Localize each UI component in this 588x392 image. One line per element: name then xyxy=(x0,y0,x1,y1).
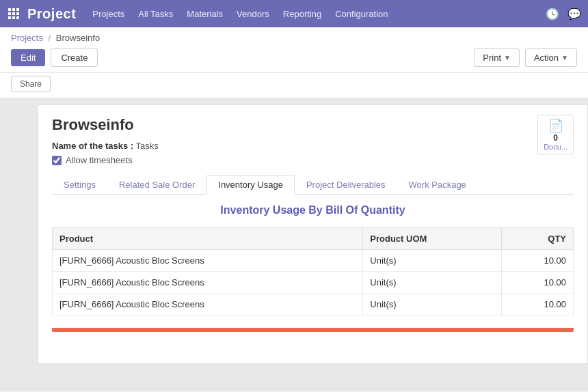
toolbar-row: Edit Create Print ▼ Action ▼ xyxy=(11,48,577,67)
svg-rect-1 xyxy=(12,8,15,11)
svg-rect-8 xyxy=(16,16,19,19)
tab-project-deliverables[interactable]: Project Deliverables xyxy=(295,175,397,195)
print-arrow-icon: ▼ xyxy=(504,54,511,61)
tab-settings[interactable]: Settings xyxy=(52,175,107,195)
cell-qty: 10.00 xyxy=(502,272,574,294)
table-header: Product Product UOM QTY xyxy=(53,228,574,250)
cell-uom: Unit(s) xyxy=(363,294,502,316)
docs-label: Docu... xyxy=(544,143,567,151)
breadcrumb: Projects / Browseinfo xyxy=(11,33,577,43)
tasks-meta: Name of the tasks : Tasks xyxy=(52,141,574,151)
main-area: 📄 0 Docu... Browseinfo Name of the tasks… xyxy=(0,98,588,391)
nav-materials[interactable]: Materials xyxy=(187,9,223,19)
allow-timesheets-label: Allow timesheets xyxy=(66,155,133,165)
svg-rect-6 xyxy=(8,16,11,19)
print-label: Print xyxy=(483,53,501,63)
cell-qty: 10.00 xyxy=(502,294,574,316)
content-card: 📄 0 Docu... Browseinfo Name of the tasks… xyxy=(38,104,588,364)
svg-rect-2 xyxy=(16,8,19,11)
chat-icon[interactable]: 💬 xyxy=(567,8,581,20)
table-row: [FURN_6666] Acoustic Bloc Screens Unit(s… xyxy=(53,250,574,272)
tab-related-sale-order[interactable]: Related Sale Order xyxy=(107,175,206,195)
topnav-icon-group: 🕓 💬 xyxy=(546,8,581,20)
table-row: [FURN_6666] Acoustic Bloc Screens Unit(s… xyxy=(53,294,574,316)
svg-rect-0 xyxy=(8,8,11,11)
inventory-table: Product Product UOM QTY [FURN_6666] Acou… xyxy=(52,227,574,316)
cell-product: [FURN_6666] Acoustic Bloc Screens xyxy=(53,272,363,294)
tab-inventory-usage[interactable]: Inventory Usage xyxy=(206,175,295,195)
cell-uom: Unit(s) xyxy=(363,272,502,294)
docs-count: 0 xyxy=(553,133,558,143)
share-bar: Share xyxy=(0,73,588,98)
bottom-bar xyxy=(52,328,574,332)
docs-badge[interactable]: 📄 0 Docu... xyxy=(537,115,574,154)
tasks-value: Tasks xyxy=(136,141,159,151)
tab-work-package[interactable]: Work Package xyxy=(397,175,478,195)
cell-uom: Unit(s) xyxy=(363,250,502,272)
cell-qty: 10.00 xyxy=(502,250,574,272)
action-arrow-icon: ▼ xyxy=(561,54,568,61)
edit-button[interactable]: Edit xyxy=(11,49,45,66)
nav-configuration[interactable]: Configuration xyxy=(335,9,388,19)
action-label: Action xyxy=(534,53,559,63)
project-title: Browseinfo xyxy=(52,116,574,134)
svg-rect-5 xyxy=(16,12,19,15)
create-button[interactable]: Create xyxy=(51,48,98,67)
nav-vendors[interactable]: Vendors xyxy=(237,9,269,19)
print-button[interactable]: Print ▼ xyxy=(474,48,520,67)
cell-product: [FURN_6666] Acoustic Bloc Screens xyxy=(53,294,363,316)
topnav: Project Projects All Tasks Materials Ven… xyxy=(0,0,588,27)
tasks-label: Name of the tasks : xyxy=(52,141,133,151)
nav-reporting[interactable]: Reporting xyxy=(283,9,321,19)
col-uom: Product UOM xyxy=(363,228,502,250)
svg-rect-4 xyxy=(12,12,15,15)
topnav-links: Projects All Tasks Materials Vendors Rep… xyxy=(92,9,546,19)
col-qty: QTY xyxy=(502,228,574,250)
inventory-section-title: Inventory Usage By Bill Of Quantity xyxy=(52,204,574,216)
docs-icon: 📄 xyxy=(548,118,563,133)
nav-projects[interactable]: Projects xyxy=(92,9,124,19)
allow-timesheets-row: Allow timesheets xyxy=(52,155,574,165)
nav-all-tasks[interactable]: All Tasks xyxy=(138,9,173,19)
breadcrumb-sep: / xyxy=(49,33,53,43)
app-brand: Project xyxy=(27,6,76,22)
clock-icon[interactable]: 🕓 xyxy=(546,8,559,20)
breadcrumb-browseinfo: Browseinfo xyxy=(56,33,100,43)
cell-product: [FURN_6666] Acoustic Bloc Screens xyxy=(53,250,363,272)
svg-rect-3 xyxy=(8,12,11,15)
breadcrumb-toolbar: Projects / Browseinfo Edit Create Print … xyxy=(0,27,588,73)
action-button[interactable]: Action ▼ xyxy=(525,48,577,67)
table-body: [FURN_6666] Acoustic Bloc Screens Unit(s… xyxy=(53,250,574,316)
breadcrumb-projects[interactable]: Projects xyxy=(11,33,43,43)
col-product: Product xyxy=(53,228,363,250)
table-row: [FURN_6666] Acoustic Bloc Screens Unit(s… xyxy=(53,272,574,294)
allow-timesheets-checkbox[interactable] xyxy=(52,156,62,165)
share-button[interactable]: Share xyxy=(11,76,51,92)
tabs-row: Settings Related Sale Order Inventory Us… xyxy=(52,175,574,195)
svg-rect-7 xyxy=(12,16,15,19)
grid-icon[interactable] xyxy=(7,7,21,20)
